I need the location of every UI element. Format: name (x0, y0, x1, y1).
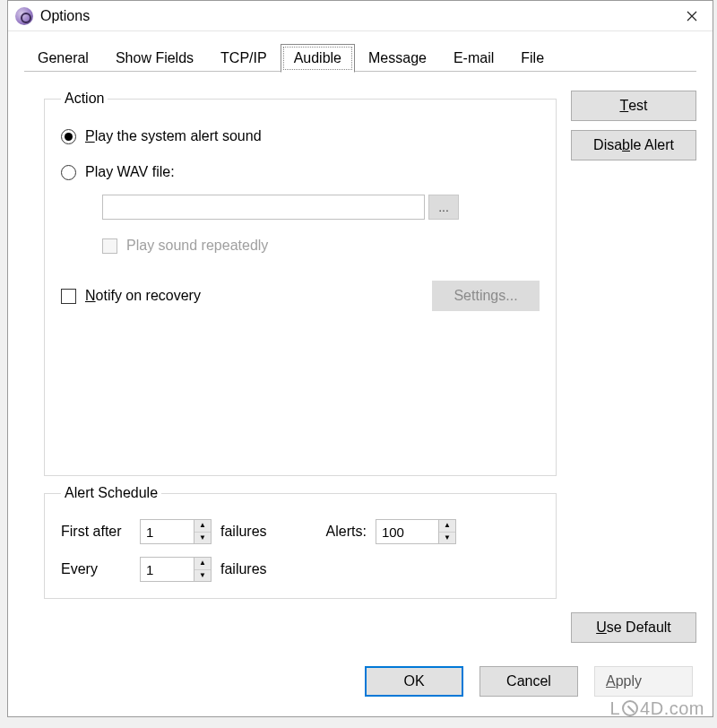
close-icon[interactable] (671, 2, 713, 30)
radio-play-wav[interactable] (61, 165, 76, 180)
every-down-icon[interactable]: ▼ (194, 570, 211, 582)
check-play-repeatedly (102, 238, 117, 254)
app-icon (15, 7, 33, 25)
tab-email[interactable]: E-mail (440, 44, 507, 72)
cancel-button[interactable]: Cancel (479, 666, 578, 697)
titlebar: Options (8, 1, 713, 31)
tab-strip: General Show Fields TCP/IP Audible Messa… (8, 31, 713, 72)
alert-schedule-group: Alert Schedule First after ▲ ▼ failures (44, 485, 557, 599)
tab-audible[interactable]: Audible (281, 44, 355, 73)
radio-play-system-label: Play the system alert sound (85, 128, 262, 144)
tab-show-fields[interactable]: Show Fields (102, 44, 207, 72)
check-repeat-row: Play sound repeatedly (102, 238, 540, 254)
alerts-label: Alerts: (326, 524, 367, 540)
alerts-up-icon[interactable]: ▲ (439, 520, 455, 533)
apply-button[interactable]: Apply (594, 666, 693, 697)
check-notify-recovery[interactable] (61, 289, 76, 304)
tab-panel-audible: Action Play the system alert sound Play … (8, 73, 713, 646)
tab-message[interactable]: Message (355, 44, 440, 72)
alert-schedule-legend: Alert Schedule (61, 485, 161, 501)
radio-play-wav-label: Play WAV file: (85, 164, 175, 180)
action-legend: Action (61, 91, 108, 107)
tab-tcpip[interactable]: TCP/IP (207, 44, 281, 72)
first-after-suffix: failures (220, 524, 267, 540)
first-after-input[interactable] (140, 519, 194, 544)
wav-path-input[interactable] (102, 195, 425, 220)
check-notify-recovery-label: Notify on recovery (85, 288, 201, 304)
first-after-up-icon[interactable]: ▲ (194, 520, 211, 533)
radio-play-system[interactable] (61, 129, 76, 144)
ok-button[interactable]: OK (365, 666, 463, 697)
every-input[interactable] (140, 557, 194, 582)
dialog-button-row: OK Cancel Apply (8, 646, 713, 716)
window-title: Options (40, 8, 90, 24)
disable-alert-button[interactable]: Disable Alert (571, 130, 696, 160)
first-after-down-icon[interactable]: ▼ (194, 533, 211, 544)
action-group: Action Play the system alert sound Play … (44, 91, 557, 476)
every-label: Every (61, 561, 131, 577)
radio-play-wav-row[interactable]: Play WAV file: (61, 164, 540, 180)
tab-file[interactable]: File (507, 44, 557, 72)
test-button[interactable]: Test (571, 91, 696, 121)
browse-wav-button[interactable]: ... (428, 195, 459, 220)
alerts-spinner[interactable]: ▲ ▼ (376, 519, 456, 544)
alerts-down-icon[interactable]: ▼ (439, 533, 455, 544)
first-after-spinner[interactable]: ▲ ▼ (140, 519, 212, 544)
radio-play-system-row[interactable]: Play the system alert sound (61, 128, 540, 144)
use-default-button[interactable]: Use Default (571, 612, 696, 643)
every-suffix: failures (220, 561, 267, 577)
tab-general[interactable]: General (24, 44, 102, 72)
every-spinner[interactable]: ▲ ▼ (140, 557, 212, 582)
options-dialog: Options General Show Fields TCP/IP Audib… (7, 0, 713, 717)
every-up-icon[interactable]: ▲ (194, 558, 211, 570)
first-after-label: First after (61, 524, 131, 540)
check-play-repeatedly-label: Play sound repeatedly (126, 238, 268, 254)
alerts-input[interactable] (376, 519, 438, 544)
settings-button: Settings... (432, 281, 540, 311)
